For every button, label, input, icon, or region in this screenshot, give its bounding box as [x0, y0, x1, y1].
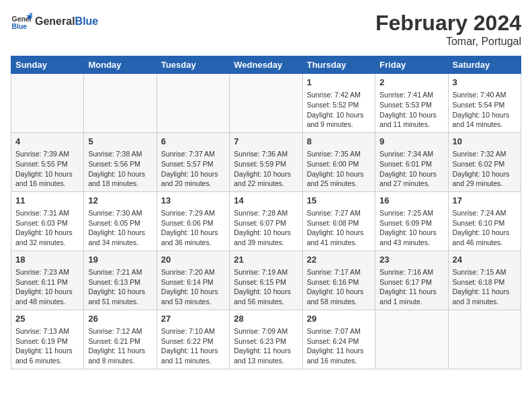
day-info: Sunrise: 7:25 AM Sunset: 6:09 PM Dayligh… — [380, 208, 443, 248]
day-number: 9 — [380, 136, 443, 148]
day-info: Sunrise: 7:17 AM Sunset: 6:16 PM Dayligh… — [307, 267, 371, 307]
day-number: 11 — [15, 195, 79, 207]
day-cell: 3Sunrise: 7:40 AM Sunset: 5:54 PM Daylig… — [448, 74, 521, 133]
day-number: 27 — [161, 313, 225, 325]
col-header-thursday: Thursday — [302, 56, 375, 74]
day-info: Sunrise: 7:41 AM Sunset: 5:53 PM Dayligh… — [380, 90, 443, 130]
day-number: 23 — [380, 254, 443, 266]
day-info: Sunrise: 7:37 AM Sunset: 5:57 PM Dayligh… — [161, 149, 225, 189]
day-cell: 12Sunrise: 7:30 AM Sunset: 6:05 PM Dayli… — [84, 191, 157, 250]
day-info: Sunrise: 7:36 AM Sunset: 5:59 PM Dayligh… — [234, 149, 298, 189]
day-cell: 5Sunrise: 7:38 AM Sunset: 5:56 PM Daylig… — [84, 132, 157, 191]
day-cell: 6Sunrise: 7:37 AM Sunset: 5:57 PM Daylig… — [157, 132, 229, 191]
day-info: Sunrise: 7:31 AM Sunset: 6:03 PM Dayligh… — [15, 208, 79, 248]
day-info: Sunrise: 7:34 AM Sunset: 6:01 PM Dayligh… — [380, 149, 443, 189]
day-info: Sunrise: 7:29 AM Sunset: 6:06 PM Dayligh… — [161, 208, 225, 248]
day-number: 3 — [453, 77, 517, 89]
day-number: 5 — [88, 136, 152, 148]
week-row-3: 11Sunrise: 7:31 AM Sunset: 6:03 PM Dayli… — [11, 191, 521, 250]
day-cell: 8Sunrise: 7:35 AM Sunset: 6:00 PM Daylig… — [302, 132, 375, 191]
day-number: 17 — [453, 195, 517, 207]
day-info: Sunrise: 7:10 AM Sunset: 6:22 PM Dayligh… — [161, 326, 225, 366]
week-row-4: 18Sunrise: 7:23 AM Sunset: 6:11 PM Dayli… — [11, 250, 521, 310]
day-number: 25 — [15, 313, 79, 325]
day-cell: 1Sunrise: 7:42 AM Sunset: 5:52 PM Daylig… — [302, 74, 375, 133]
day-number: 13 — [161, 195, 225, 207]
day-number: 16 — [380, 195, 443, 207]
day-cell: 22Sunrise: 7:17 AM Sunset: 6:16 PM Dayli… — [302, 250, 375, 310]
day-cell: 20Sunrise: 7:20 AM Sunset: 6:14 PM Dayli… — [157, 250, 229, 310]
day-number: 21 — [234, 254, 298, 266]
day-number: 2 — [380, 77, 443, 89]
col-header-sunday: Sunday — [11, 56, 84, 74]
month-title: February 2024 — [375, 11, 521, 36]
calendar-table: SundayMondayTuesdayWednesdayThursdayFrid… — [11, 56, 521, 369]
day-info: Sunrise: 7:24 AM Sunset: 6:10 PM Dayligh… — [453, 208, 517, 248]
day-number: 22 — [307, 254, 371, 266]
day-number: 24 — [453, 254, 517, 266]
day-info: Sunrise: 7:30 AM Sunset: 6:05 PM Dayligh… — [88, 208, 152, 248]
day-cell: 21Sunrise: 7:19 AM Sunset: 6:15 PM Dayli… — [230, 250, 302, 310]
day-cell: 26Sunrise: 7:12 AM Sunset: 6:21 PM Dayli… — [84, 310, 157, 369]
col-header-tuesday: Tuesday — [157, 56, 229, 74]
page-header: General Blue GeneralBlue February 2024 T… — [11, 11, 521, 48]
day-info: Sunrise: 7:39 AM Sunset: 5:55 PM Dayligh… — [15, 149, 79, 189]
day-number: 28 — [234, 313, 298, 325]
day-number: 10 — [453, 136, 517, 148]
day-info: Sunrise: 7:07 AM Sunset: 6:24 PM Dayligh… — [307, 326, 371, 366]
day-cell — [84, 74, 157, 133]
day-cell: 24Sunrise: 7:15 AM Sunset: 6:18 PM Dayli… — [448, 250, 521, 310]
col-header-wednesday: Wednesday — [230, 56, 302, 74]
day-info: Sunrise: 7:27 AM Sunset: 6:08 PM Dayligh… — [307, 208, 371, 248]
week-row-5: 25Sunrise: 7:13 AM Sunset: 6:19 PM Dayli… — [11, 310, 521, 369]
day-cell — [230, 74, 302, 133]
day-number: 8 — [307, 136, 371, 148]
day-cell — [375, 310, 448, 369]
day-number: 29 — [307, 313, 371, 325]
day-cell: 4Sunrise: 7:39 AM Sunset: 5:55 PM Daylig… — [11, 132, 84, 191]
day-info: Sunrise: 7:09 AM Sunset: 6:23 PM Dayligh… — [234, 326, 298, 366]
day-cell: 19Sunrise: 7:21 AM Sunset: 6:13 PM Dayli… — [84, 250, 157, 310]
day-number: 1 — [307, 77, 371, 89]
day-info: Sunrise: 7:21 AM Sunset: 6:13 PM Dayligh… — [88, 267, 152, 307]
day-cell: 28Sunrise: 7:09 AM Sunset: 6:23 PM Dayli… — [230, 310, 302, 369]
day-cell: 16Sunrise: 7:25 AM Sunset: 6:09 PM Dayli… — [375, 191, 448, 250]
day-info: Sunrise: 7:28 AM Sunset: 6:07 PM Dayligh… — [234, 208, 298, 248]
col-header-saturday: Saturday — [448, 56, 521, 74]
day-cell: 23Sunrise: 7:16 AM Sunset: 6:17 PM Dayli… — [375, 250, 448, 310]
day-number: 12 — [88, 195, 152, 207]
day-info: Sunrise: 7:40 AM Sunset: 5:54 PM Dayligh… — [453, 90, 517, 130]
day-info: Sunrise: 7:12 AM Sunset: 6:21 PM Dayligh… — [88, 326, 152, 366]
day-cell: 18Sunrise: 7:23 AM Sunset: 6:11 PM Dayli… — [11, 250, 84, 310]
week-row-1: 1Sunrise: 7:42 AM Sunset: 5:52 PM Daylig… — [11, 74, 521, 133]
day-info: Sunrise: 7:23 AM Sunset: 6:11 PM Dayligh… — [15, 267, 79, 307]
day-number: 4 — [15, 136, 79, 148]
day-number: 20 — [161, 254, 225, 266]
day-cell — [11, 74, 84, 133]
day-cell: 15Sunrise: 7:27 AM Sunset: 6:08 PM Dayli… — [302, 191, 375, 250]
logo-general: General — [35, 15, 75, 27]
day-number: 19 — [88, 254, 152, 266]
week-row-2: 4Sunrise: 7:39 AM Sunset: 5:55 PM Daylig… — [11, 132, 521, 191]
col-header-friday: Friday — [375, 56, 448, 74]
day-cell: 10Sunrise: 7:32 AM Sunset: 6:02 PM Dayli… — [448, 132, 521, 191]
day-cell — [448, 310, 521, 369]
day-info: Sunrise: 7:15 AM Sunset: 6:18 PM Dayligh… — [453, 267, 517, 307]
day-cell: 29Sunrise: 7:07 AM Sunset: 6:24 PM Dayli… — [302, 310, 375, 369]
day-info: Sunrise: 7:38 AM Sunset: 5:56 PM Dayligh… — [88, 149, 152, 189]
day-number: 15 — [307, 195, 371, 207]
title-block: February 2024 Tomar, Portugal — [375, 11, 521, 48]
day-number: 6 — [161, 136, 225, 148]
day-number: 26 — [88, 313, 152, 325]
logo-icon: General Blue — [11, 11, 32, 32]
day-cell: 11Sunrise: 7:31 AM Sunset: 6:03 PM Dayli… — [11, 191, 84, 250]
day-cell — [157, 74, 229, 133]
logo-blue: Blue — [75, 15, 99, 27]
svg-text:Blue: Blue — [12, 23, 28, 30]
day-cell: 27Sunrise: 7:10 AM Sunset: 6:22 PM Dayli… — [157, 310, 229, 369]
day-info: Sunrise: 7:20 AM Sunset: 6:14 PM Dayligh… — [161, 267, 225, 307]
col-header-monday: Monday — [84, 56, 157, 74]
location: Tomar, Portugal — [375, 36, 521, 48]
header-row: SundayMondayTuesdayWednesdayThursdayFrid… — [11, 56, 521, 74]
day-info: Sunrise: 7:35 AM Sunset: 6:00 PM Dayligh… — [307, 149, 371, 189]
